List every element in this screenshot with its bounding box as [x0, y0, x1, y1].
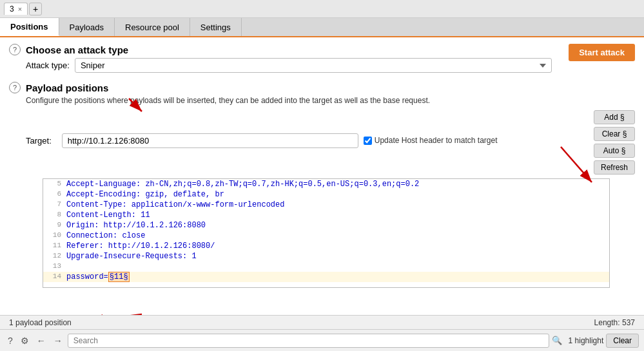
target-and-buttons-row: Target: Update Host header to match targ… [26, 110, 635, 175]
target-row: Target: Update Host header to match targ… [26, 133, 589, 148]
close-tab-icon[interactable]: × [18, 5, 22, 13]
payload-positions-header: ? Payload positions [9, 82, 635, 93]
attack-type-title: Choose an attack type [26, 44, 128, 55]
tab-resource-pool[interactable]: Resource pool [115, 18, 190, 36]
side-buttons: Add § Clear § Auto § Refresh [594, 110, 635, 175]
tab-payloads[interactable]: Payloads [59, 18, 115, 36]
target-input[interactable] [62, 133, 358, 148]
highlight-count: 1 highlight [569, 336, 604, 345]
editor-line: 13 [43, 261, 609, 272]
payload-positions-help-icon[interactable]: ? [9, 82, 21, 93]
search-submit-icon[interactable]: 🔍 [552, 336, 562, 345]
payload-highlight: §11§ [108, 272, 130, 282]
title-bar: 3 × + 🔍 [0, 0, 644, 18]
bottom-bar: ? ⚙ ← → 🔍 1 highlight Clear [0, 329, 644, 351]
attack-type-help-icon[interactable]: ? [9, 44, 21, 55]
search-input[interactable] [68, 334, 549, 348]
editor-line: 11 Referer: http://10.1.2.126:8080/ [43, 241, 609, 251]
editor-line: 8 Content-Length: 11 [43, 210, 609, 220]
status-bar: 1 payload position Length: 537 [0, 315, 644, 329]
add-tab-button[interactable]: + [29, 3, 42, 15]
editor-line: 10 Connection: close [43, 231, 609, 241]
back-icon[interactable]: ← [34, 334, 48, 347]
tab-number: 3 [10, 5, 14, 14]
help-bottom-icon[interactable]: ? [5, 334, 15, 347]
main-content: Start attack ? Choose an attack type Att… [0, 37, 644, 351]
update-host-header-checkbox[interactable] [364, 137, 372, 145]
update-host-header-label: Update Host header to match target [364, 136, 498, 145]
nav-tabs: Positions Payloads Resource pool Setting… [0, 18, 644, 37]
target-label: Target: [26, 136, 52, 146]
editor-line: 7 Content-Type: application/x-www-form-u… [43, 200, 609, 210]
attack-type-select[interactable]: Sniper Battering ram Pitchfork Cluster b… [75, 58, 552, 73]
attack-type-row: Attack type: Sniper Battering ram Pitchf… [26, 58, 635, 73]
length-indicator: Length: 537 [594, 318, 635, 327]
clear-section-button[interactable]: Clear § [594, 127, 635, 141]
tab-settings[interactable]: Settings [190, 18, 242, 36]
editor-line: 5 Accept-Language: zh-CN,zh;q=0.8,zh-TW;… [43, 179, 609, 189]
start-attack-button[interactable]: Start attack [569, 44, 635, 61]
editor-line: 12 Upgrade-Insecure-Requests: 1 [43, 251, 609, 261]
code-editor[interactable]: 5 Accept-Language: zh-CN,zh;q=0.8,zh-TW;… [43, 178, 610, 288]
settings-bottom-icon[interactable]: ⚙ [18, 334, 32, 347]
payload-position-count: 1 payload position [9, 318, 72, 327]
auto-section-button[interactable]: Auto § [594, 144, 635, 158]
editor-line: 6 Accept-Encoding: gzip, deflate, br [43, 189, 609, 200]
editor-line-highlighted: 14 password=§11§ [43, 272, 609, 282]
refresh-button[interactable]: Refresh [594, 160, 635, 175]
add-section-button[interactable]: Add § [594, 110, 635, 124]
payload-positions-desc: Configure the positions where payloads w… [26, 96, 635, 105]
forward-icon[interactable]: → [51, 334, 65, 347]
attack-type-label: Attack type: [26, 61, 70, 70]
payload-positions-title: Payload positions [26, 82, 108, 93]
editor-line: 9 Origin: http://10.1.2.126:8080 [43, 220, 609, 231]
clear-button[interactable]: Clear [606, 334, 639, 348]
tab-positions[interactable]: Positions [0, 18, 59, 36]
editor-area: 5 Accept-Language: zh-CN,zh;q=0.8,zh-TW;… [26, 178, 635, 288]
attack-type-section-header: ? Choose an attack type [9, 44, 635, 55]
title-search: 🔍 [629, 4, 640, 14]
tab-item[interactable]: 3 × [4, 3, 28, 15]
